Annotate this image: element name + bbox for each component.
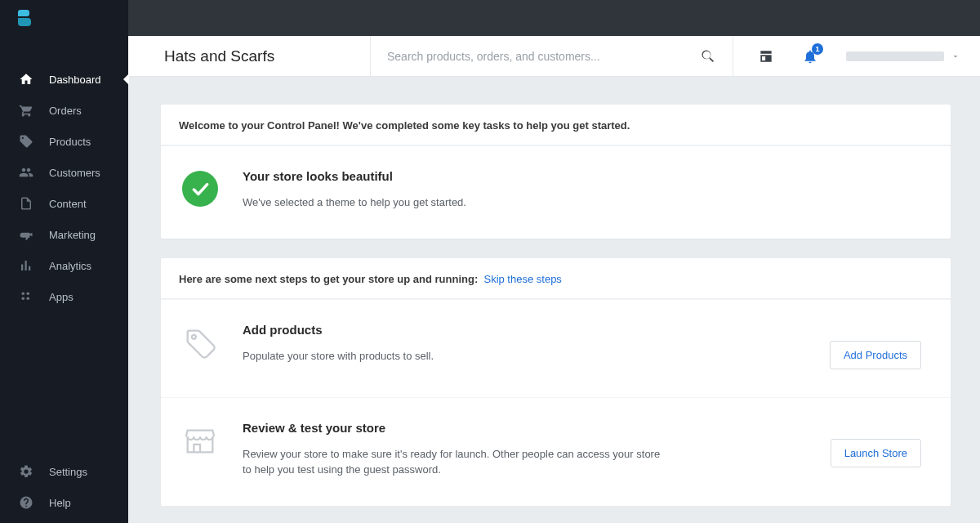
store-name: Hats and Scarfs xyxy=(128,36,371,76)
storefront-outline-icon xyxy=(179,421,221,460)
sidebar-item-label: Marketing xyxy=(49,229,96,241)
search-wrap xyxy=(371,36,733,76)
people-icon xyxy=(18,164,34,181)
step-text: Populate your store with products to sel… xyxy=(243,348,667,364)
welcome-panel: Welcome to your Control Panel! We've com… xyxy=(161,105,951,239)
search-input[interactable] xyxy=(387,50,700,63)
sidebar-item-customers[interactable]: Customers xyxy=(0,157,128,188)
megaphone-icon xyxy=(18,226,34,243)
sidebar-item-label: Customers xyxy=(49,167,100,179)
sidebar-item-products[interactable]: Products xyxy=(0,126,128,157)
tag-outline-icon xyxy=(179,323,221,362)
chevron-down-icon xyxy=(951,51,960,61)
welcome-row-text: We've selected a theme to help you get s… xyxy=(243,194,667,211)
main-column: Hats and Scarfs 1 xyxy=(128,0,980,523)
sidebar-item-label: Analytics xyxy=(49,260,91,272)
sidebar-item-settings[interactable]: Settings xyxy=(0,456,128,487)
sidebar-item-apps[interactable]: Apps xyxy=(0,281,128,312)
search-icon[interactable] xyxy=(700,48,716,65)
top-strip xyxy=(128,0,980,36)
sidebar-item-dashboard[interactable]: Dashboard xyxy=(0,64,128,95)
content-area: Welcome to your Control Panel! We've com… xyxy=(128,77,980,506)
sidebar-item-label: Settings xyxy=(49,466,87,478)
sidebar-item-orders[interactable]: Orders xyxy=(0,95,128,126)
cart-icon xyxy=(18,102,34,118)
tag-icon xyxy=(18,133,34,150)
brand-logo[interactable] xyxy=(0,0,128,36)
sidebar-item-label: Dashboard xyxy=(49,74,101,86)
sidebar-item-label: Help xyxy=(49,497,71,509)
welcome-heading: Welcome to your Control Panel! We've com… xyxy=(161,105,951,145)
svg-point-0 xyxy=(21,292,24,295)
document-icon xyxy=(18,195,34,212)
primary-nav: Dashboard Orders Products Customers xyxy=(0,36,128,456)
notification-badge: 1 xyxy=(812,43,823,55)
sidebar-item-analytics[interactable]: Analytics xyxy=(0,250,128,281)
svg-point-4 xyxy=(192,334,196,338)
step-title: Review & test your store xyxy=(243,421,809,435)
storefront-icon[interactable] xyxy=(758,48,774,65)
bar-chart-icon xyxy=(18,257,34,274)
apps-icon xyxy=(18,288,34,305)
sidebar-item-label: Products xyxy=(49,136,91,148)
svg-point-2 xyxy=(21,297,24,300)
sidebar-item-label: Orders xyxy=(49,105,82,117)
step-text: Review your store to make sure it's read… xyxy=(243,446,667,478)
secondary-nav: Settings Help xyxy=(0,456,128,523)
home-icon xyxy=(18,71,34,87)
welcome-row: Your store looks beautiful We've selecte… xyxy=(161,145,951,239)
next-steps-heading: Here are some next steps to get your sto… xyxy=(161,258,951,299)
user-name-placeholder xyxy=(846,51,944,61)
next-steps-panel: Here are some next steps to get your sto… xyxy=(161,258,951,506)
welcome-row-title: Your store looks beautiful xyxy=(243,169,933,183)
skip-steps-link[interactable]: Skip these steps xyxy=(483,273,561,285)
sidebar-item-marketing[interactable]: Marketing xyxy=(0,219,128,250)
add-products-button[interactable]: Add Products xyxy=(830,341,921,369)
header-bar: Hats and Scarfs 1 xyxy=(128,36,980,77)
svg-point-3 xyxy=(26,297,29,300)
notifications-icon[interactable]: 1 xyxy=(802,48,818,65)
sidebar-item-help[interactable]: Help xyxy=(0,487,128,518)
gear-icon xyxy=(18,463,34,480)
step-title: Add products xyxy=(243,323,808,337)
sidebar-item-label: Apps xyxy=(49,291,74,303)
user-menu[interactable] xyxy=(846,51,960,61)
launch-store-button[interactable]: Launch Store xyxy=(831,439,921,467)
check-circle-icon xyxy=(182,171,218,207)
header-actions: 1 xyxy=(733,36,980,76)
sidebar-item-content[interactable]: Content xyxy=(0,188,128,219)
help-icon xyxy=(18,494,34,511)
svg-point-1 xyxy=(26,292,29,295)
sidebar: Dashboard Orders Products Customers xyxy=(0,0,128,523)
sidebar-item-label: Content xyxy=(49,198,87,210)
step-row-review-store: Review & test your store Review your sto… xyxy=(161,397,951,506)
step-row-add-products: Add products Populate your store with pr… xyxy=(161,299,951,397)
